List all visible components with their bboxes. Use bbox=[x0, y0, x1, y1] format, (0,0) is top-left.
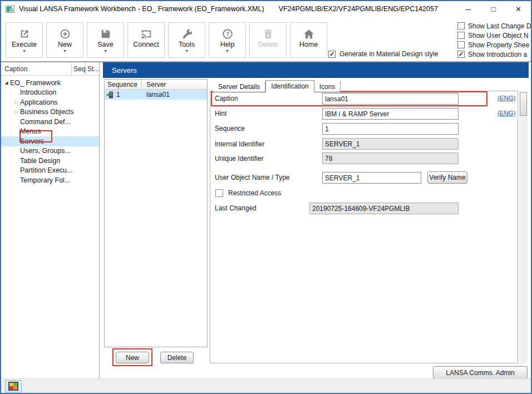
user-object-label: User Object Name / Type bbox=[215, 174, 290, 181]
tree-item-servers[interactable]: Servers bbox=[1, 136, 99, 146]
restricted-access-label: Restricted Access bbox=[228, 189, 281, 197]
delete-server-button[interactable]: Delete bbox=[160, 352, 194, 363]
caption-lang-link[interactable]: (ENG) bbox=[497, 95, 516, 101]
column-seq[interactable]: Seq bbox=[72, 62, 86, 75]
checkbox-unchecked bbox=[215, 189, 223, 197]
tools-button[interactable]: Tools ▾ bbox=[168, 22, 205, 58]
expanded-arrow-icon[interactable]: ◢ bbox=[3, 80, 10, 85]
lansa-comms-admin-button[interactable]: LANSA Comms. Admin bbox=[433, 366, 528, 379]
column-caption[interactable]: Caption bbox=[1, 62, 72, 75]
unique-identifier-field[interactable] bbox=[322, 152, 459, 164]
framework-grid-icon bbox=[8, 382, 18, 391]
show-introduction-checkbox[interactable]: ✓ Show Introduction a bbox=[457, 50, 531, 59]
tree-item-introduction[interactable]: Introduction bbox=[1, 88, 99, 98]
new-toolbar-button[interactable]: New ▾ bbox=[46, 22, 83, 58]
title-bar: Visual LANSA Framework Workbench - EO_ F… bbox=[1, 1, 531, 17]
identification-form: Caption (ENG) Hint (ENG) Sequence Intern… bbox=[210, 91, 518, 363]
checkmark-icon: ✓ bbox=[329, 51, 334, 57]
server-icon bbox=[106, 91, 114, 99]
tree-item-table-design[interactable]: Table Design bbox=[1, 156, 99, 166]
navigation-tree-panel: Caption Seq St... ◢ EO_ Framework Introd… bbox=[1, 62, 100, 378]
tab-icons[interactable]: Icons bbox=[314, 81, 341, 92]
last-changed-field[interactable] bbox=[309, 203, 459, 214]
dropdown-caret-icon: ▾ bbox=[23, 49, 25, 53]
home-button[interactable]: Home bbox=[290, 22, 327, 58]
checkmark-icon: ✓ bbox=[459, 51, 464, 57]
window-title: Visual LANSA Framework Workbench - EO_ F… bbox=[19, 5, 264, 13]
server-name-cell: lansa01 bbox=[142, 91, 207, 98]
tree-item-partition-execution[interactable]: Partition Execu... bbox=[1, 166, 99, 176]
new-server-button[interactable]: New bbox=[116, 352, 149, 363]
dropdown-caret-icon: ▾ bbox=[104, 49, 106, 53]
server-sequence-cell: 1 bbox=[116, 91, 120, 98]
sequence-label: Sequence bbox=[215, 125, 245, 132]
form-scrollbar[interactable] bbox=[519, 91, 528, 363]
caption-input[interactable] bbox=[322, 93, 459, 105]
dropdown-caret-icon: ▾ bbox=[226, 49, 228, 53]
save-button[interactable]: Save ▾ bbox=[87, 22, 124, 58]
restricted-access-checkbox[interactable]: Restricted Access bbox=[215, 189, 281, 197]
checkbox-unchecked bbox=[457, 32, 465, 39]
tree-column-header: Caption Seq St... bbox=[1, 62, 99, 76]
tree-item-business-objects[interactable]: ▷ Business Objects bbox=[1, 107, 99, 117]
close-button[interactable]: ✕ bbox=[506, 1, 531, 17]
server-row-lansa01[interactable]: 1 lansa01 bbox=[105, 90, 207, 100]
checkbox-checked: ✓ bbox=[328, 51, 336, 58]
execute-icon bbox=[18, 27, 31, 41]
verify-name-button[interactable]: Verify Name bbox=[427, 171, 467, 184]
servers-list-header: Sequence Server bbox=[105, 80, 207, 90]
internal-identifier-field[interactable] bbox=[322, 138, 459, 150]
servers-list-panel: Sequence Server bbox=[104, 79, 208, 347]
app-icon bbox=[6, 6, 14, 13]
delete-trash-icon: x bbox=[262, 27, 274, 41]
show-property-sheet-checkbox[interactable]: Show Property Shee bbox=[457, 40, 531, 50]
show-user-object-checkbox[interactable]: Show User Object N bbox=[457, 31, 531, 40]
tree-item-command-def[interactable]: Command Def... bbox=[1, 117, 99, 127]
dropdown-caret-icon: ▾ bbox=[185, 49, 188, 53]
help-button[interactable]: ? Help ▾ bbox=[209, 22, 246, 58]
toolbar: Execute ▾ New ▾ Save ▾ bbox=[1, 17, 531, 62]
tab-identification[interactable]: Identification bbox=[265, 80, 314, 92]
hint-lang-link[interactable]: (ENG) bbox=[497, 110, 516, 116]
checkbox-checked: ✓ bbox=[457, 51, 465, 58]
tree-list: ◢ EO_ Framework Introduction ▷ Applicati… bbox=[1, 76, 99, 185]
connect-button[interactable]: Connect bbox=[127, 22, 165, 58]
svg-text:?: ? bbox=[225, 31, 229, 37]
tree-item-temporary-folder[interactable]: Temporary Fol... bbox=[1, 175, 99, 185]
scrollbar-thumb[interactable] bbox=[520, 92, 527, 116]
home-icon bbox=[303, 27, 315, 41]
sequence-input[interactable] bbox=[322, 123, 459, 135]
unique-identifier-label: Unique Identifier bbox=[215, 155, 263, 162]
last-changed-label: Last Changed bbox=[215, 204, 257, 212]
tree-item-menus[interactable]: Menus bbox=[1, 127, 99, 137]
show-last-change-checkbox[interactable]: Show Last Change D bbox=[457, 21, 531, 31]
tree-item-applications[interactable]: ▷ Applications bbox=[1, 97, 99, 107]
collapsed-arrow-icon[interactable]: ▷ bbox=[13, 110, 20, 115]
generate-material-checkbox[interactable]: ✓ Generate in Material Design style bbox=[328, 50, 438, 58]
user-object-input[interactable] bbox=[322, 172, 421, 184]
checkbox-unchecked bbox=[457, 22, 465, 29]
tree-item-users-groups[interactable]: Users, Groups... bbox=[1, 146, 99, 156]
svg-text:x: x bbox=[267, 33, 269, 38]
maximize-button[interactable]: □ bbox=[481, 1, 506, 17]
servers-region: Servers Sequence Server bbox=[103, 62, 531, 378]
taskbar-item[interactable] bbox=[5, 380, 22, 392]
column-status[interactable]: St... bbox=[86, 62, 99, 75]
session-id: VF24PGMLIB/EX2/VF24PGMLIB/ENG/EPC142057 bbox=[279, 5, 438, 13]
servers-panel-header: Servers bbox=[103, 62, 529, 78]
collapsed-arrow-icon[interactable]: ▷ bbox=[13, 100, 20, 105]
hint-input[interactable] bbox=[322, 108, 459, 120]
column-server[interactable]: Server bbox=[142, 80, 207, 89]
hint-label: Hint bbox=[215, 110, 226, 117]
minimize-button[interactable]: ─ bbox=[456, 1, 481, 17]
execute-button[interactable]: Execute ▾ bbox=[6, 22, 43, 58]
caption-label: Caption bbox=[215, 95, 238, 102]
status-bar bbox=[1, 378, 531, 393]
help-icon: ? bbox=[221, 27, 234, 41]
app-window: Visual LANSA Framework Workbench - EO_ F… bbox=[0, 0, 532, 394]
new-icon bbox=[59, 27, 71, 41]
tab-server-details[interactable]: Server Details bbox=[213, 81, 265, 92]
dropdown-caret-icon: ▾ bbox=[63, 49, 66, 53]
tree-item-framework[interactable]: ◢ EO_ Framework bbox=[1, 78, 99, 88]
column-sequence[interactable]: Sequence bbox=[105, 80, 142, 89]
